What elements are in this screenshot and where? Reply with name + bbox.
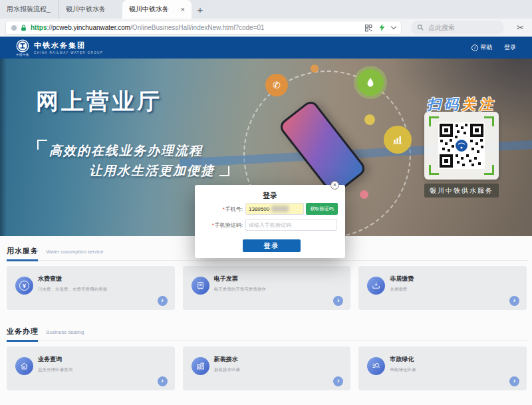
site-header: 中国中铁 中铁水务集团 CHINA RAILWAY WATER GROUP i … xyxy=(0,37,532,59)
required-mark: * xyxy=(212,222,214,228)
page-content: 用水服务 Water cosumption service ¥ 水费查缴 污水费… xyxy=(0,236,532,405)
section-title: 用水服务 xyxy=(7,247,39,255)
lock-icon xyxy=(20,24,27,32)
card-title: 电子发票 xyxy=(214,275,238,283)
search-list-icon xyxy=(367,357,385,375)
orange-dot-decoration xyxy=(311,65,319,72)
brand-text-wrap: 中铁水务集团 CHINA RAILWAY WATER GROUP xyxy=(34,41,103,55)
code-label: *手机验证码: xyxy=(195,221,243,229)
header-login-link[interactable]: 登录 xyxy=(504,43,516,52)
browser-tab-bar: 用水报装流程_ 银川中铁水务 银川中铁水务 × + xyxy=(0,0,532,19)
slogan-line-2: 让用水生活更加便捷 xyxy=(89,162,215,180)
card-water-fee[interactable]: ¥ 水费查缴 污水费、垃圾费、水费等费用的查缴 › xyxy=(7,266,175,310)
section-subtitle: Business dealing xyxy=(46,329,84,335)
yen-glyph: ¥ xyxy=(19,281,29,291)
close-icon[interactable]: × xyxy=(331,181,339,190)
qr-caption-follow: 关注 xyxy=(462,96,496,112)
card-title: 水费查缴 xyxy=(38,275,62,283)
site-status-icon xyxy=(11,25,17,31)
tab-yinchuan-water-1[interactable]: 银川中铁水务 xyxy=(59,0,122,19)
tab-label: 用水报装流程_ xyxy=(7,5,51,14)
card-desc: 市政绿化申请 xyxy=(390,367,416,373)
brand-name-en: CHINA RAILWAY WATER GROUP xyxy=(34,51,103,55)
code-label-text: 手机验证码: xyxy=(215,222,243,228)
card-non-resident-payment[interactable]: 非居缴费 非居缴费 › xyxy=(358,266,527,310)
tab-label: 银川中铁水务 xyxy=(66,5,106,14)
chevron-right-icon[interactable]: › xyxy=(509,296,519,306)
card-municipal-greening[interactable]: 市政绿化 市政绿化申请 › xyxy=(358,346,527,390)
section-underline xyxy=(7,259,38,261)
help-link[interactable]: i 帮助 xyxy=(471,43,492,52)
chevron-right-icon[interactable]: › xyxy=(333,376,343,386)
card-new-connection[interactable]: 新装接水 新装接水申请 › xyxy=(183,346,351,390)
card-desc: 业务办理申请查询 xyxy=(38,367,72,373)
required-mark: * xyxy=(223,206,225,212)
login-modal: × 登录 *手机号: 1389500 获取验证码 *手机验证码: 登录 xyxy=(195,185,345,258)
new-tab-button[interactable]: + xyxy=(192,0,209,19)
section-business-dealing: 业务办理 Business dealing 业务查询 业务办理申请查询 › xyxy=(0,317,532,397)
lightning-icon[interactable] xyxy=(378,23,386,32)
chevron-right-icon[interactable]: › xyxy=(158,296,168,306)
qr-code-image xyxy=(438,122,485,169)
qr-caption: 扫码关注 xyxy=(427,95,496,114)
water-drop-icon xyxy=(357,69,384,96)
get-verification-code-button[interactable]: 获取验证码 xyxy=(306,203,338,215)
qr-scan-icon[interactable] xyxy=(364,24,372,32)
address-bar[interactable]: https://pcweb.yinchuanwater.com/OnlineBu… xyxy=(5,21,402,35)
slogan-close-bracket xyxy=(219,166,229,176)
section-header: 个人服务 Personal service xyxy=(7,402,528,405)
brand-name: 中铁水务集团 xyxy=(34,41,103,51)
search-placeholder: 点此搜索 xyxy=(428,23,455,33)
help-label: 帮助 xyxy=(480,43,492,52)
chevron-right-icon[interactable]: › xyxy=(509,376,519,386)
buildings-icon xyxy=(192,357,209,375)
section-underline xyxy=(7,340,38,342)
tab-yinchuan-water-active[interactable]: 银川中铁水务 × xyxy=(122,0,192,19)
phone-input[interactable]: 1389500 xyxy=(245,203,304,215)
close-tab-icon[interactable]: × xyxy=(177,5,185,13)
chevron-down-icon[interactable] xyxy=(391,24,396,29)
qr-bracket-br xyxy=(484,165,494,175)
phone-label: *手机号: xyxy=(195,205,243,213)
card-e-invoice[interactable]: 电子发票 电子发票的开票与发票操作 › xyxy=(183,266,351,310)
chevron-right-icon[interactable]: › xyxy=(333,296,343,306)
section-header: 业务办理 Business dealing xyxy=(7,321,528,341)
blurred-digits xyxy=(271,205,289,212)
brand-logo[interactable]: 中国中铁 中铁水务集团 CHINA RAILWAY WATER GROUP xyxy=(16,39,103,57)
scissors-icon[interactable]: ✂ xyxy=(517,23,524,33)
card-desc: 电子发票的开票与发票操作 xyxy=(214,287,266,293)
info-icon: i xyxy=(471,45,478,51)
house-drop-icon xyxy=(15,357,33,375)
card-title: 市政绿化 xyxy=(390,355,414,364)
section-title: 业务办理 xyxy=(7,327,39,335)
collect-payment-icon xyxy=(367,277,385,295)
search-box[interactable]: 点此搜索 xyxy=(411,21,504,35)
qr-code-card xyxy=(424,112,499,180)
tab-label: 银川中铁水务 xyxy=(129,5,169,14)
crec-emblem-icon xyxy=(16,39,29,53)
login-modal-title: 登录 xyxy=(195,185,345,201)
card-business-inquiry[interactable]: 业务查询 业务办理申请查询 › xyxy=(7,346,175,390)
card-title: 非居缴费 xyxy=(390,275,414,283)
card-desc: 非居缴费 xyxy=(390,287,407,293)
slogan-line-1: 高效的在线业务办理流程 xyxy=(49,142,203,160)
verification-code-input[interactable] xyxy=(245,219,337,231)
qr-label: 银川中铁供水服务 xyxy=(424,184,499,198)
card-title: 业务查询 xyxy=(38,355,62,364)
qr-caption-scan: 扫码 xyxy=(427,96,462,112)
chevron-right-icon[interactable]: › xyxy=(158,376,168,386)
phone-value: 1389500 xyxy=(249,206,269,212)
login-submit-button[interactable]: 登录 xyxy=(243,239,301,252)
tab-water-install-guide[interactable]: 用水报装流程_ xyxy=(0,0,59,19)
qr-bracket-tr xyxy=(484,116,494,126)
card-desc: 新装接水申请 xyxy=(214,367,240,373)
phone-call-icon: ✆ xyxy=(265,74,288,96)
pink-dot-decoration xyxy=(360,190,368,199)
section-subtitle: Water cosumption service xyxy=(46,249,103,255)
yen-circle-icon: ¥ xyxy=(15,277,33,295)
banner-title: 网上营业厅 xyxy=(36,86,162,117)
url-text: https://pcweb.yinchuanwater.com/OnlineBu… xyxy=(31,24,361,31)
chart-icon xyxy=(384,126,412,154)
browser-toolbar: https://pcweb.yinchuanwater.com/OnlineBu… xyxy=(0,19,532,37)
emblem-wrap: 中国中铁 xyxy=(16,39,29,57)
